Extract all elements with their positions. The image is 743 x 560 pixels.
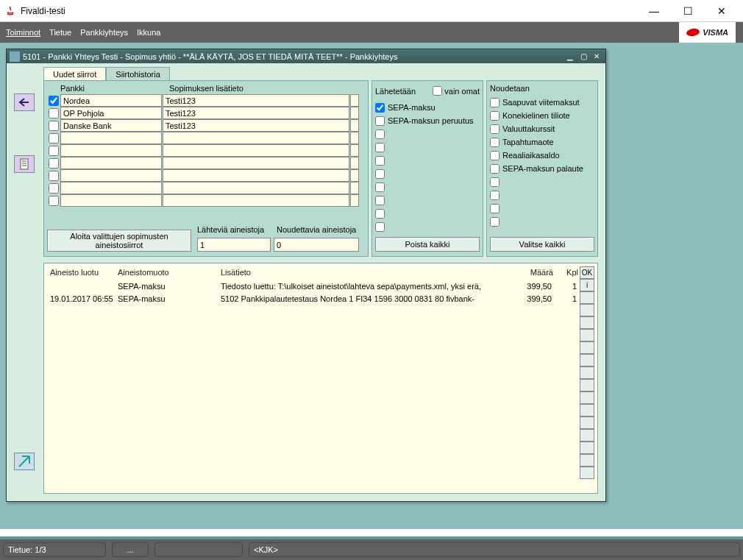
bank-extra-field[interactable] [350, 132, 359, 144]
fetch-checkbox[interactable] [490, 217, 500, 227]
bank-name-field[interactable] [60, 94, 162, 107]
tab-uudet-siirrot[interactable]: Uudet siirrot [43, 67, 106, 81]
remove-all-button[interactable]: Poista kaikki [375, 237, 480, 252]
fetch-checkbox[interactable] [490, 138, 500, 147]
bank-checkbox[interactable] [49, 146, 59, 156]
bank-extra-field[interactable] [350, 107, 359, 119]
ok-cell[interactable] [580, 354, 594, 366]
send-checkbox[interactable] [375, 222, 385, 232]
fetch-checkbox[interactable] [490, 204, 500, 213]
ok-cell[interactable] [580, 391, 594, 404]
bank-extra-field[interactable] [350, 194, 359, 207]
ok-cell[interactable] [580, 291, 594, 304]
minimize-button[interactable]: — [637, 0, 671, 22]
send-checkbox[interactable] [375, 156, 385, 166]
send-checkbox[interactable] [375, 103, 385, 113]
ok-cell[interactable]: OK [580, 266, 594, 279]
bank-info-field[interactable] [163, 194, 349, 207]
bank-row [47, 132, 365, 144]
send-checkbox[interactable] [375, 196, 385, 205]
send-checkbox[interactable] [375, 169, 385, 179]
bank-info-field[interactable] [163, 182, 349, 194]
bank-extra-field[interactable] [350, 169, 359, 182]
bank-extra-field[interactable] [350, 144, 359, 157]
select-all-button[interactable]: Valitse kaikki [490, 237, 594, 252]
bank-info-field[interactable] [163, 107, 349, 119]
fetch-checkbox[interactable] [490, 124, 500, 134]
bank-name-field[interactable] [60, 107, 162, 119]
fetch-checkbox[interactable] [490, 164, 500, 174]
ok-cell[interactable] [580, 379, 594, 391]
ok-cell[interactable] [580, 341, 594, 354]
child-min-icon[interactable]: ▁ [564, 52, 576, 62]
fetch-checkbox[interactable] [490, 177, 500, 187]
bank-extra-field[interactable] [350, 182, 359, 194]
bank-name-field[interactable] [60, 194, 162, 207]
bank-checkbox[interactable] [49, 183, 59, 194]
menu-ikkuna[interactable]: Ikkuna [137, 28, 160, 37]
ok-cell[interactable] [580, 316, 594, 329]
label-incoming: Noudettavia aineistoja [277, 225, 365, 234]
send-checkbox[interactable] [375, 182, 385, 192]
bank-name-field[interactable] [60, 157, 162, 169]
outgoing-count[interactable] [197, 238, 271, 252]
bank-info-field[interactable] [163, 169, 349, 182]
ok-cell[interactable] [580, 304, 594, 316]
child-close-icon[interactable]: ✕ [591, 52, 602, 62]
bank-info-field[interactable] [163, 119, 349, 132]
bank-name-field[interactable] [60, 132, 162, 144]
bank-name-field[interactable] [60, 182, 162, 194]
bank-name-field[interactable] [60, 119, 162, 132]
ok-cell[interactable] [580, 366, 594, 379]
bank-checkbox[interactable] [49, 133, 59, 143]
bank-checkbox[interactable] [49, 121, 59, 131]
own-only-checkbox[interactable] [433, 86, 442, 96]
label-send: Lähetetään [375, 87, 416, 96]
menu-tietue[interactable]: Tietue [49, 28, 71, 37]
bank-extra-field[interactable] [350, 94, 359, 107]
fetch-checkbox[interactable] [490, 191, 500, 200]
bank-name-field[interactable] [60, 169, 162, 182]
bank-checkbox[interactable] [49, 158, 59, 169]
bank-name-field[interactable] [60, 144, 162, 157]
bank-checkbox[interactable] [49, 171, 59, 181]
bank-checkbox[interactable] [49, 96, 59, 106]
send-checkbox[interactable] [375, 209, 385, 219]
bank-extra-field[interactable] [350, 119, 359, 132]
incoming-count[interactable] [274, 238, 359, 252]
bank-row [47, 182, 365, 194]
maximize-button[interactable]: ☐ [671, 0, 705, 22]
ok-cell[interactable] [580, 442, 594, 454]
ok-cell[interactable]: i [580, 279, 594, 291]
ok-cell[interactable] [580, 467, 594, 479]
send-checkbox[interactable] [375, 116, 385, 126]
bank-checkbox[interactable] [49, 108, 59, 118]
bank-info-field[interactable] [163, 132, 349, 144]
bank-info-field[interactable] [163, 144, 349, 157]
menu-pankkiyhteys[interactable]: Pankkiyhteys [80, 28, 128, 37]
bank-checkbox[interactable] [49, 196, 59, 206]
side-doc-button[interactable] [14, 155, 35, 173]
bank-info-field[interactable] [163, 157, 349, 169]
ok-cell[interactable] [580, 417, 594, 429]
fetch-checkbox[interactable] [490, 111, 500, 121]
tab-siirtohistoria[interactable]: Siirtohistoria [106, 67, 170, 81]
result-row[interactable]: 19.01.2017 06:55SEPA-maksu5102 Pankkipal… [47, 292, 580, 305]
menu-toiminnot[interactable]: Toiminnot [6, 28, 40, 37]
result-row[interactable]: SEPA-maksuTiedosto luettu: T:\ulkoiset a… [47, 280, 580, 292]
ok-cell[interactable] [580, 429, 594, 442]
close-button[interactable]: ✕ [705, 0, 739, 22]
start-transfers-button[interactable]: Aloita valittujen sopimusten aineistosii… [47, 230, 191, 252]
ok-cell[interactable] [580, 404, 594, 417]
ok-cell[interactable] [580, 454, 594, 467]
send-checkbox[interactable] [375, 143, 385, 152]
side-arrow-button[interactable] [14, 453, 35, 470]
bank-info-field[interactable] [163, 94, 349, 107]
fetch-checkbox[interactable] [490, 151, 500, 160]
send-checkbox[interactable] [375, 130, 385, 139]
child-max-icon[interactable]: ▢ [577, 52, 589, 62]
ok-cell[interactable] [580, 329, 594, 341]
bank-extra-field[interactable] [350, 157, 359, 169]
side-back-button[interactable] [14, 93, 35, 111]
fetch-checkbox[interactable] [490, 98, 500, 107]
